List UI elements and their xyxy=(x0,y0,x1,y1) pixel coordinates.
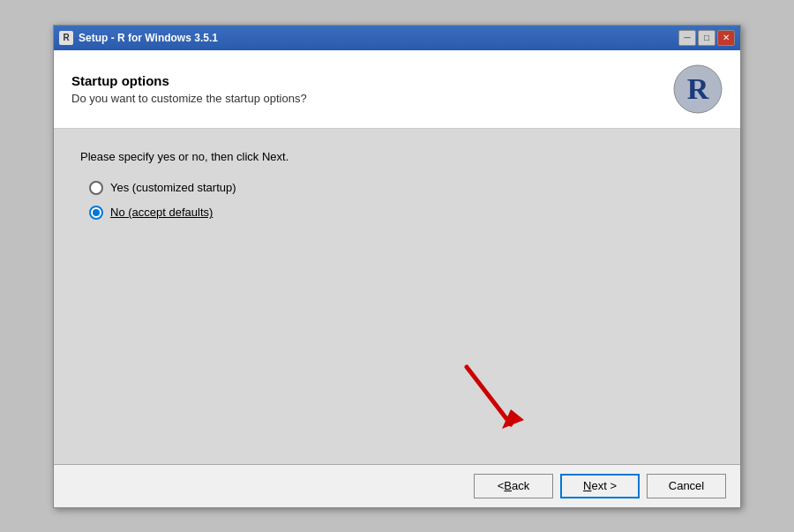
radio-yes[interactable] xyxy=(89,181,103,195)
radio-item-yes[interactable]: Yes (customized startup) xyxy=(89,181,714,195)
radio-group: Yes (customized startup) No (accept defa… xyxy=(89,181,714,220)
back-button[interactable]: < Back xyxy=(474,474,553,498)
header-text: Startup options Do you want to customize… xyxy=(71,73,307,105)
radio-no-label: No (accept defaults) xyxy=(110,206,213,219)
radio-item-no[interactable]: No (accept defaults) xyxy=(89,206,714,220)
title-bar-left: R Setup - R for Windows 3.5.1 xyxy=(59,31,218,45)
radio-yes-label: Yes (customized startup) xyxy=(110,181,236,194)
title-bar: R Setup - R for Windows 3.5.1 ─ □ ✕ xyxy=(54,26,740,50)
app-icon: R xyxy=(59,31,73,45)
setup-window: R Setup - R for Windows 3.5.1 ─ □ ✕ Star… xyxy=(53,25,741,508)
next-button[interactable]: Next > xyxy=(560,474,640,498)
page-subtitle: Do you want to customize the startup opt… xyxy=(71,92,307,105)
svg-line-2 xyxy=(467,367,511,424)
page-title: Startup options xyxy=(71,73,307,88)
cancel-button[interactable]: Cancel xyxy=(647,474,726,498)
next-underline: N xyxy=(583,479,591,492)
header-section: Startup options Do you want to customize… xyxy=(54,50,740,129)
instruction-text: Please specify yes or no, then click Nex… xyxy=(80,150,714,163)
back-underline: B xyxy=(504,479,512,492)
window-title: Setup - R for Windows 3.5.1 xyxy=(79,32,218,44)
radio-no[interactable] xyxy=(89,206,103,220)
svg-text:R: R xyxy=(687,71,709,104)
close-button[interactable]: ✕ xyxy=(717,30,735,46)
title-bar-controls: ─ □ ✕ xyxy=(678,30,735,46)
minimize-button[interactable]: ─ xyxy=(678,30,696,46)
maximize-button[interactable]: □ xyxy=(698,30,715,46)
content-area: Please specify yes or no, then click Nex… xyxy=(54,129,740,464)
svg-marker-3 xyxy=(502,409,524,429)
arrow-indicator xyxy=(440,358,546,446)
footer-section: < Back Next > Cancel xyxy=(54,464,740,507)
r-logo: R xyxy=(673,64,723,114)
